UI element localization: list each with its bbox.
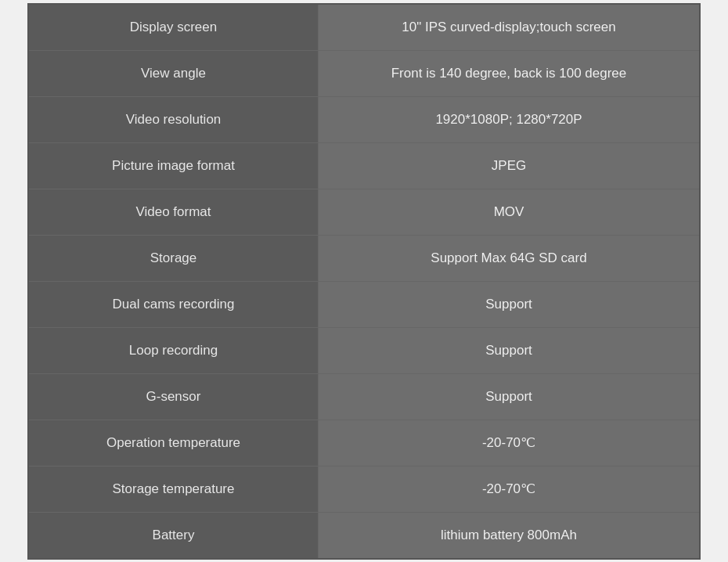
cell-value: Support bbox=[319, 328, 699, 373]
table-row: View angleFront is 140 degree, back is 1… bbox=[29, 51, 699, 97]
table-row: Operation temperature-20-70℃ bbox=[29, 420, 699, 467]
table-row: Storage temperature-20-70℃ bbox=[29, 467, 699, 513]
table-row: Video formatMOV bbox=[29, 189, 699, 236]
cell-value: Support bbox=[319, 282, 699, 327]
table-row: Video resolution1920*1080P; 1280*720P bbox=[29, 97, 699, 143]
cell-value: Front is 140 degree, back is 100 degree bbox=[319, 51, 699, 96]
cell-value: -20-70℃ bbox=[319, 420, 699, 466]
table-row: Display screen10" IPS curved-display;tou… bbox=[29, 5, 699, 51]
cell-value: JPEG bbox=[319, 143, 699, 189]
cell-value: -20-70℃ bbox=[319, 467, 699, 512]
cell-label: G-sensor bbox=[29, 374, 319, 420]
table-row: StorageSupport Max 64G SD card bbox=[29, 236, 699, 282]
cell-label: Loop recording bbox=[29, 328, 319, 373]
cell-value: 10" IPS curved-display;touch screen bbox=[319, 5, 699, 50]
cell-label: Battery bbox=[29, 513, 319, 558]
cell-label: Display screen bbox=[29, 5, 319, 50]
table-row: Loop recordingSupport bbox=[29, 328, 699, 374]
table-row: G-sensorSupport bbox=[29, 374, 699, 420]
cell-label: Video resolution bbox=[29, 97, 319, 142]
cell-value: MOV bbox=[319, 189, 699, 235]
specs-table: Display screen10" IPS curved-display;tou… bbox=[27, 3, 701, 560]
cell-value: 1920*1080P; 1280*720P bbox=[319, 97, 699, 142]
cell-label: Video format bbox=[29, 189, 319, 235]
cell-value: Support Max 64G SD card bbox=[319, 236, 699, 281]
cell-label: Picture image format bbox=[29, 143, 319, 189]
cell-label: Storage temperature bbox=[29, 467, 319, 512]
cell-value: Support bbox=[319, 374, 699, 420]
cell-label: Dual cams recording bbox=[29, 282, 319, 327]
cell-label: View angle bbox=[29, 51, 319, 96]
cell-label: Operation temperature bbox=[29, 420, 319, 466]
cell-value: lithium battery 800mAh bbox=[319, 513, 699, 558]
table-row: Dual cams recordingSupport bbox=[29, 282, 699, 328]
cell-label: Storage bbox=[29, 236, 319, 281]
table-row: Batterylithium battery 800mAh bbox=[29, 513, 699, 558]
table-row: Picture image formatJPEG bbox=[29, 143, 699, 189]
